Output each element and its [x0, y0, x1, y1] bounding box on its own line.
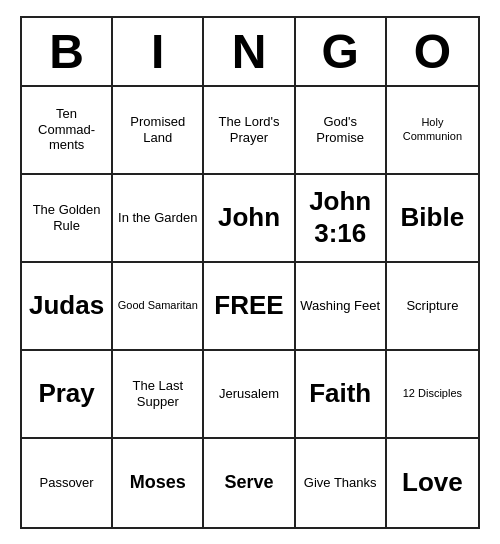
- bingo-cell-2[interactable]: The Lord's Prayer: [204, 87, 295, 175]
- cell-text-13: Washing Feet: [300, 298, 380, 314]
- cell-text-10: Judas: [29, 290, 104, 321]
- bingo-grid: Ten Commad-mentsPromised LandThe Lord's …: [22, 87, 478, 527]
- cell-text-17: Jerusalem: [219, 386, 279, 402]
- cell-text-19: 12 Disciples: [403, 387, 462, 400]
- bingo-header: BINGO: [22, 18, 478, 87]
- header-letter-g: G: [296, 18, 387, 85]
- header-letter-b: B: [22, 18, 113, 85]
- bingo-cell-24[interactable]: Love: [387, 439, 478, 527]
- header-letter-i: I: [113, 18, 204, 85]
- cell-text-4: Holy Communion: [391, 116, 474, 142]
- bingo-cell-7[interactable]: John: [204, 175, 295, 263]
- bingo-cell-0[interactable]: Ten Commad-ments: [22, 87, 113, 175]
- bingo-cell-14[interactable]: Scripture: [387, 263, 478, 351]
- bingo-card: BINGO Ten Commad-mentsPromised LandThe L…: [20, 16, 480, 529]
- bingo-cell-16[interactable]: The Last Supper: [113, 351, 204, 439]
- cell-text-18: Faith: [309, 378, 371, 409]
- bingo-cell-8[interactable]: John 3:16: [296, 175, 387, 263]
- bingo-cell-20[interactable]: Passover: [22, 439, 113, 527]
- bingo-cell-10[interactable]: Judas: [22, 263, 113, 351]
- cell-text-8: John 3:16: [300, 186, 381, 248]
- cell-text-3: God's Promise: [300, 114, 381, 145]
- cell-text-21: Moses: [130, 472, 186, 494]
- cell-text-7: John: [218, 202, 280, 233]
- bingo-cell-3[interactable]: God's Promise: [296, 87, 387, 175]
- header-letter-o: O: [387, 18, 478, 85]
- cell-text-6: In the Garden: [118, 210, 198, 226]
- bingo-cell-18[interactable]: Faith: [296, 351, 387, 439]
- bingo-cell-21[interactable]: Moses: [113, 439, 204, 527]
- cell-text-5: The Golden Rule: [26, 202, 107, 233]
- bingo-cell-19[interactable]: 12 Disciples: [387, 351, 478, 439]
- bingo-cell-5[interactable]: The Golden Rule: [22, 175, 113, 263]
- cell-text-20: Passover: [39, 475, 93, 491]
- cell-text-11: Good Samaritan: [118, 299, 198, 312]
- bingo-cell-9[interactable]: Bible: [387, 175, 478, 263]
- bingo-cell-17[interactable]: Jerusalem: [204, 351, 295, 439]
- cell-text-24: Love: [402, 467, 463, 498]
- cell-text-9: Bible: [401, 202, 465, 233]
- cell-text-14: Scripture: [406, 298, 458, 314]
- bingo-cell-13[interactable]: Washing Feet: [296, 263, 387, 351]
- cell-text-2: The Lord's Prayer: [208, 114, 289, 145]
- cell-text-15: Pray: [38, 378, 94, 409]
- bingo-cell-4[interactable]: Holy Communion: [387, 87, 478, 175]
- bingo-cell-6[interactable]: In the Garden: [113, 175, 204, 263]
- bingo-cell-11[interactable]: Good Samaritan: [113, 263, 204, 351]
- header-letter-n: N: [204, 18, 295, 85]
- bingo-cell-23[interactable]: Give Thanks: [296, 439, 387, 527]
- bingo-cell-1[interactable]: Promised Land: [113, 87, 204, 175]
- bingo-cell-22[interactable]: Serve: [204, 439, 295, 527]
- cell-text-0: Ten Commad-ments: [26, 106, 107, 153]
- cell-text-22: Serve: [224, 472, 273, 494]
- bingo-cell-12[interactable]: FREE: [204, 263, 295, 351]
- cell-text-23: Give Thanks: [304, 475, 377, 491]
- bingo-cell-15[interactable]: Pray: [22, 351, 113, 439]
- cell-text-12: FREE: [214, 290, 283, 321]
- cell-text-1: Promised Land: [117, 114, 198, 145]
- cell-text-16: The Last Supper: [117, 378, 198, 409]
